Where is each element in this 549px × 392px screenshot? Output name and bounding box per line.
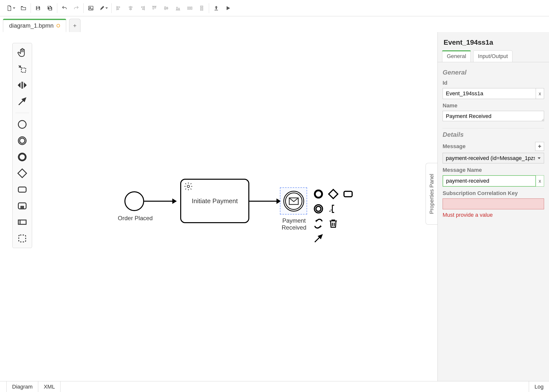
delete-element[interactable] [327,217,340,230]
annotation-tool[interactable] [327,202,340,215]
file-tabstrip: diagram_1.bpmn + [0,16,549,32]
context-pad [312,188,354,245]
svg-rect-9 [117,9,119,10]
intermediate-event-tool[interactable] [15,134,29,148]
open-file-button[interactable] [20,4,27,12]
color-caret-icon [105,7,108,9]
sequence-flow-1[interactable] [144,201,176,202]
image-button[interactable] [87,4,95,12]
bottom-bar: Diagram XML Log [0,381,549,392]
subscription-key-error: Must provide a value [443,212,544,218]
log-toggle[interactable]: Log [529,381,549,392]
sequence-flow-2[interactable] [249,201,280,202]
name-label: Name [443,102,544,109]
catch-event-label: Payment Received [278,217,310,231]
align-right-button [139,4,146,12]
svg-rect-26 [189,7,190,9]
space-tool[interactable] [15,78,29,92]
svg-rect-30 [200,9,203,10]
svg-line-33 [19,65,21,68]
distribute-h-button [186,4,194,12]
svg-rect-8 [117,7,120,8]
message-label: Message + [443,142,544,151]
file-tab-active[interactable]: diagram_1.bpmn [3,19,66,32]
svg-rect-0 [37,6,39,8]
service-task-type-icon [184,182,193,193]
svg-rect-1 [37,8,39,10]
svg-point-36 [18,120,26,128]
subprocess-tool[interactable] [15,199,29,213]
svg-rect-40 [18,187,26,192]
append-end-event[interactable] [312,188,325,200]
svg-rect-15 [142,9,144,10]
svg-rect-24 [178,8,179,10]
svg-rect-17 [153,7,154,9]
name-input[interactable]: Payment Received [443,111,544,121]
svg-rect-28 [200,6,203,7]
new-file-caret-icon [13,7,15,9]
message-name-label: Message Name [443,167,544,173]
section-general-title: General [443,69,544,76]
change-type[interactable] [312,217,325,230]
properties-title: Event_194ss1a [438,32,549,50]
svg-point-55 [316,206,321,211]
subscription-key-input[interactable] [443,198,544,209]
start-event-tool[interactable] [15,118,29,131]
global-connect-tool[interactable] [15,95,29,108]
run-button[interactable] [224,4,232,12]
id-clear-button[interactable]: x [536,88,544,99]
bottom-tab-xml[interactable]: XML [38,381,60,392]
bottom-tab-diagram[interactable]: Diagram [6,381,38,392]
tab-input-output[interactable]: Input/Output [473,50,512,62]
deploy-button[interactable] [213,4,220,12]
svg-rect-3 [49,7,51,8]
id-input[interactable] [443,88,536,99]
intermediate-catch-event-node[interactable] [283,191,304,212]
append-task[interactable] [342,188,354,200]
end-event-tool[interactable] [15,150,29,164]
start-event-node[interactable] [124,191,144,211]
new-tab-button[interactable]: + [69,19,80,32]
lasso-tool[interactable] [15,62,29,76]
svg-rect-25 [188,7,189,9]
properties-panel: Event_194ss1a General Input/Output Gener… [437,32,549,381]
save-button[interactable] [34,4,42,12]
align-bottom-button [174,4,182,12]
svg-point-38 [20,138,25,143]
message-select[interactable]: payment-received (id=Message_1pzsk1) [443,153,544,163]
pool-tool[interactable] [15,215,29,229]
message-name-input[interactable] [443,175,536,187]
undo-button[interactable] [61,4,68,12]
add-message-button[interactable]: + [535,142,544,151]
svg-rect-31 [215,10,218,10]
svg-rect-5 [89,6,93,10]
svg-rect-4 [49,9,51,10]
gateway-tool[interactable] [15,166,29,180]
tab-general[interactable]: General [442,50,471,62]
connect-tool[interactable] [312,232,325,245]
color-button[interactable] [99,4,108,12]
task-tool[interactable] [15,183,29,196]
shape-palette [12,43,32,248]
svg-rect-47 [19,235,26,242]
svg-rect-29 [200,8,203,9]
subscription-key-label: Subscription Correlation Key [443,190,544,196]
section-details-title: Details [443,131,544,138]
svg-rect-23 [176,7,177,10]
svg-rect-14 [141,7,144,8]
svg-point-39 [19,154,26,160]
append-intermediate-event[interactable] [312,202,325,215]
start-event-label: Order Placed [116,215,155,222]
message-name-clear-button[interactable]: x [536,175,544,187]
main-toolbar [0,0,549,16]
new-file-button[interactable] [6,4,15,12]
service-task-node[interactable]: Initiate Payment [180,179,249,223]
hand-tool[interactable] [15,46,29,59]
task-label: Initiate Payment [192,197,238,205]
append-gateway[interactable] [327,188,340,200]
svg-rect-53 [344,191,352,197]
group-tool[interactable] [15,232,29,245]
file-tab-label: diagram_1.bpmn [9,22,54,29]
save-all-button[interactable] [46,4,54,12]
properties-panel-toggle[interactable]: Properties Panel [426,163,437,225]
